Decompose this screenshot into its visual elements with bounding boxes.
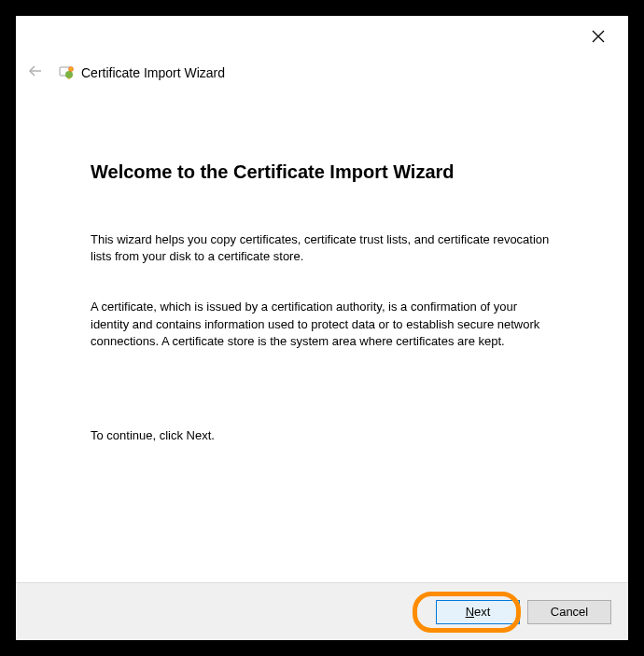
cancel-button[interactable]: Cancel [527,600,611,624]
intro-paragraph: This wizard helps you copy certificates,… [91,231,553,265]
back-arrow-icon [27,63,44,83]
back-button [25,63,46,83]
wizard-content: Welcome to the Certificate Import Wizard… [16,83,628,582]
wizard-footer: Next Cancel [16,582,628,640]
certificate-icon [57,63,76,82]
svg-point-5 [69,67,74,72]
next-button[interactable]: Next [436,600,520,624]
close-icon [592,30,605,47]
explanation-paragraph: A certificate, which is issued by a cert… [91,299,553,350]
wizard-header: Certificate Import Wizard [16,16,628,83]
page-heading: Welcome to the Certificate Import Wizard [91,161,553,183]
wizard-title: Certificate Import Wizard [81,65,225,80]
certificate-import-wizard-window: Certificate Import Wizard Welcome to the… [16,16,628,640]
svg-point-4 [65,71,73,78]
continue-instruction: To continue, click Next. [91,428,553,442]
close-button[interactable] [589,29,608,48]
